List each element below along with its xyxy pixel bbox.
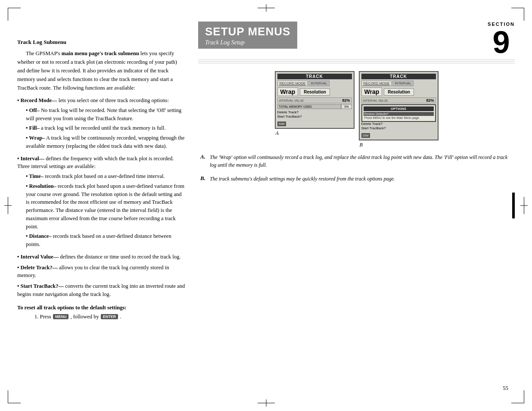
bullet-interval-value: • Interval Value— defines the distance o… <box>17 253 185 261</box>
screen-a-interval-value-row: INTERVAL VALUE 82% <box>277 97 352 103</box>
screen-b-tabs: RECORD MODE INTERVAL <box>361 81 436 86</box>
section-header: SETUP MENUS Track Log Setup SECTION 9 <box>198 22 515 50</box>
caption-a-text: The 'Wrap' option will continuously reco… <box>210 153 513 169</box>
setup-menus-title: SETUP MENUS <box>205 25 290 38</box>
bullet-interval: • Interval— defines the frequency with w… <box>17 155 185 250</box>
screen-b-container: TRACK RECORD MODE INTERVAL Wrap Resoluti… <box>359 71 439 148</box>
sub-time: • Time– records track plot based on a us… <box>26 172 185 181</box>
screen-a-sim: SIM <box>277 121 286 126</box>
setup-menus-box: SETUP MENUS Track Log Setup <box>198 22 297 49</box>
setup-menus-subtitle: Track Log Setup <box>205 39 290 46</box>
caption-b: B. The track submenu's default settings … <box>200 175 513 183</box>
caption-b-letter: B. <box>200 175 207 182</box>
caption-a: A. The 'Wrap' option will continuously r… <box>200 153 513 169</box>
screen-a-tabs: RECORD MODE INTERVAL <box>277 81 352 86</box>
screen-b-label: B <box>360 142 363 148</box>
menu-key: MENU <box>53 314 69 319</box>
screen-b-options-popup: OPTIONS Restore Defaults? Press MENU to … <box>361 104 436 122</box>
interval-subs: • Time– records track plot based on a us… <box>26 172 185 249</box>
bullet-record-mode: • Record Mode— lets you select one of th… <box>17 97 185 152</box>
screen-a-memory-row: TOTAL MEMORY USED 0% <box>277 104 352 109</box>
screen-b-tab-interval: INTERVAL <box>392 81 413 86</box>
gps-screen-b: TRACK RECORD MODE INTERVAL Wrap Resoluti… <box>359 71 439 140</box>
screen-b-delete-track: Delete Track? <box>361 122 436 126</box>
screen-b-resolution: Resolution <box>384 88 414 96</box>
screen-b-wrap-value: Wrap <box>361 87 383 96</box>
screens-area: TRACK RECORD MODE INTERVAL Wrap Resoluti… <box>198 71 515 148</box>
section-title: Track Log Submenu <box>17 39 185 46</box>
left-column: Track Log Submenu The GPSMAP's main menu… <box>17 17 185 394</box>
screen-b-interval-value-row: INTERVAL VALUE 82% <box>361 97 436 103</box>
screen-a-title: TRACK <box>277 74 352 79</box>
screen-a-start-tracback: Start TracBack? <box>277 115 352 118</box>
screen-b-title: TRACK <box>361 74 436 79</box>
crosshair-right-h <box>520 206 528 206</box>
caption-b-text: The track submenu's default settings may… <box>210 175 395 183</box>
captions-area: A. The 'Wrap' option will continuously r… <box>198 153 515 189</box>
section-number-block: SECTION 9 <box>488 22 515 58</box>
screen-b-start-tracback: Start TracBack? <box>361 126 436 130</box>
screen-a-wrap-row: Wrap Resolution <box>277 87 352 96</box>
page-layout: Track Log Submenu The GPSMAP's main menu… <box>17 17 515 394</box>
sub-resolution: • Resolution– records track plot based u… <box>26 182 185 231</box>
screen-a-tab-record: RECORD MODE <box>277 81 308 86</box>
sub-wrap: • Wrap– A track log will be continuously… <box>26 134 185 150</box>
bullet-record-mode-text: lets you select one of three track recor… <box>59 97 169 103</box>
screen-a-tab-interval: INTERVAL <box>308 81 329 86</box>
bullet-record-mode-label: • Record Mode— <box>17 97 57 103</box>
screen-a-wrap-value: Wrap <box>277 87 299 96</box>
screen-b-tab-record: RECORD MODE <box>361 81 392 86</box>
decorative-lines <box>198 58 515 65</box>
crosshair-left-h <box>4 206 12 206</box>
main-bullet-list: • Record Mode— lets you select one of th… <box>17 97 185 301</box>
section-number: 9 <box>488 27 515 58</box>
screen-a-container: TRACK RECORD MODE INTERVAL Wrap Resoluti… <box>275 71 355 148</box>
bullet-start-tracback: • Start TracBack?— converts the current … <box>17 282 185 299</box>
record-mode-subs: • Off– No track log will be recorded. No… <box>26 106 185 150</box>
crosshair-top-v <box>266 4 266 12</box>
sub-distance: • Distance– records track based on a use… <box>26 232 185 249</box>
caption-a-letter: A. <box>200 153 207 160</box>
screen-a-label: A <box>276 130 279 137</box>
right-column: SETUP MENUS Track Log Setup SECTION 9 TR… <box>198 17 515 394</box>
bullet-delete-track: • Delete Track?— allows you to clear the… <box>17 264 185 280</box>
crosshair-bot-v <box>266 399 266 407</box>
screen-b-wrap-row: Wrap Resolution <box>361 87 436 96</box>
screen-b-restore-defaults: Restore Defaults? <box>364 112 434 116</box>
sub-off: • Off– No track log will be recorded. No… <box>26 106 185 123</box>
reset-step: 1. Press MENU , followed by ENTER . <box>34 314 185 320</box>
sub-fill: • Fill– a track log will be recorded unt… <box>26 124 185 132</box>
gps-screen-a: TRACK RECORD MODE INTERVAL Wrap Resoluti… <box>275 71 355 129</box>
screen-b-options-desc: Press MENU to see the Main Menu page. <box>364 116 434 120</box>
screen-b-sim: SIM <box>361 133 370 138</box>
reset-heading: To reset all track options to the defaul… <box>17 305 185 311</box>
screen-a-resolution: Resolution <box>300 88 330 96</box>
screen-a-delete-track: Delete Track? <box>277 110 352 114</box>
screen-b-options-title: OPTIONS <box>364 106 434 111</box>
intro-text: The GPSMAP's main menu page's track subm… <box>17 49 185 92</box>
bullet-interval-label: • Interval— <box>17 156 44 162</box>
enter-key: ENTER <box>101 314 118 319</box>
